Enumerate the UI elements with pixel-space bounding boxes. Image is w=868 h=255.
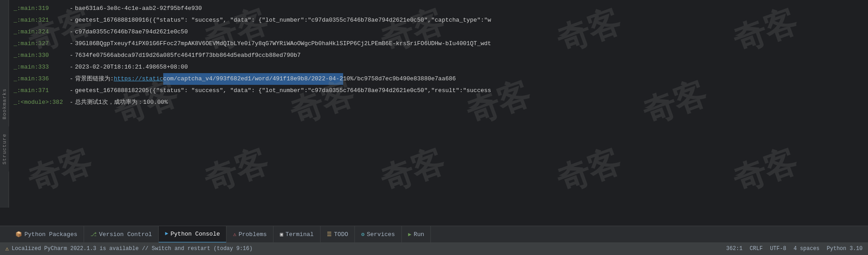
run-label: Run bbox=[414, 231, 424, 238]
line-dash: - bbox=[70, 97, 73, 108]
line-content: bae631a6-3e8c-4c1e-aab2-92f95bf4e930 bbox=[75, 3, 868, 14]
tab-terminal[interactable]: ▣ Terminal bbox=[274, 226, 321, 243]
tab-run[interactable]: ▶ Run bbox=[402, 226, 431, 243]
line-dash: - bbox=[70, 73, 73, 85]
line-dash: - bbox=[70, 14, 73, 26]
tab-python-packages[interactable]: 📦 Python Packages bbox=[9, 226, 84, 243]
link-mid: com/captcha_v4/993f682ed1/word/491f18e9b… bbox=[163, 73, 343, 85]
version-control-label: Version Control bbox=[99, 231, 152, 238]
console-line-333: _:main:333 - 2023-02-20T18:16:21.498658+… bbox=[9, 61, 868, 73]
url-link[interactable]: https://static bbox=[114, 73, 163, 85]
line-dash: - bbox=[70, 61, 73, 73]
bookmarks-label: Bookmarks bbox=[2, 88, 7, 119]
todo-icon: ☰ bbox=[327, 231, 332, 238]
console-line-327: _:main:327 - 39Gl86BQgpTxeuyf4iPX01G6FFo… bbox=[9, 38, 868, 50]
terminal-label: Terminal bbox=[285, 231, 313, 238]
line-dash: - bbox=[70, 3, 73, 14]
line-content: geetest_1676888180916({"status": "succes… bbox=[75, 14, 868, 26]
tab-services[interactable]: ⚙ Services bbox=[355, 226, 402, 243]
structure-sidebar[interactable]: Structure bbox=[0, 126, 9, 172]
line-content: 2023-02-20T18:16:21.498658+08:00 bbox=[75, 61, 868, 73]
terminal-icon: ▣ bbox=[280, 231, 283, 238]
console-line-371: _:main:371 - geetest_1676888182205({"sta… bbox=[9, 85, 868, 97]
link-prefix-text: 背景图链接为: bbox=[75, 73, 114, 85]
line-dash: - bbox=[70, 38, 73, 50]
status-message[interactable]: Localized PyCharm 2022.1.3 is available … bbox=[12, 246, 253, 252]
line-prefix: _:main:324 bbox=[14, 26, 68, 38]
status-right: 362:1 CRLF UTF-8 4 spaces Python 3.10 bbox=[726, 246, 863, 252]
python-packages-label: Python Packages bbox=[24, 231, 77, 238]
line-ending[interactable]: CRLF bbox=[750, 246, 763, 252]
line-content: geetest_1676888182205({"status": "succes… bbox=[75, 85, 868, 97]
indent-setting[interactable]: 4 spaces bbox=[793, 246, 820, 252]
run-icon: ▶ bbox=[408, 231, 411, 238]
cursor-position[interactable]: 362:1 bbox=[726, 246, 742, 252]
line-prefix: _:main:327 bbox=[14, 38, 68, 50]
line-prefix: _:main:319 bbox=[14, 3, 68, 14]
console-line-382: _:<module>:382 - 总共测试1次，成功率为：100.00% bbox=[9, 97, 868, 108]
python-console-label: Python Console bbox=[170, 231, 220, 237]
python-packages-icon: 📦 bbox=[15, 231, 22, 238]
version-control-icon: ⎇ bbox=[90, 231, 97, 238]
line-prefix: _:main:333 bbox=[14, 61, 68, 73]
console-line-330: _:main:330 - 7634fe07566abdca97d19d26a08… bbox=[9, 50, 868, 61]
console-area: Bookmarks _:main:319 - bae631a6-3e8c-4c1… bbox=[0, 0, 868, 208]
line-prefix: _:main:330 bbox=[14, 50, 68, 61]
link-suffix: 10%/bc9758d7ec9b490e83880e7aa686 bbox=[343, 73, 456, 85]
todo-label: TODO bbox=[334, 231, 348, 238]
problems-label: Problems bbox=[239, 231, 267, 238]
encoding[interactable]: UTF-8 bbox=[770, 246, 786, 252]
console-line-336: _:main:336 - 背景图链接为: https://static com/… bbox=[9, 73, 868, 85]
python-console-icon: ► bbox=[165, 231, 168, 237]
status-bar: ⚠ Localized PyCharm 2022.1.3 is availabl… bbox=[0, 242, 868, 255]
bookmarks-sidebar[interactable]: Bookmarks bbox=[0, 0, 9, 208]
tab-version-control[interactable]: ⎇ Version Control bbox=[84, 226, 159, 243]
problems-icon: ⚠ bbox=[233, 231, 236, 238]
bottom-toolbar: 📦 Python Packages ⎇ Version Control ► Py… bbox=[0, 226, 868, 242]
tab-todo[interactable]: ☰ TODO bbox=[321, 226, 355, 243]
python-version[interactable]: Python 3.10 bbox=[827, 246, 863, 252]
line-prefix: _:main:321 bbox=[14, 14, 68, 26]
tab-python-console[interactable]: ► Python Console bbox=[159, 226, 226, 243]
console-line-321: _:main:321 - geetest_1676888180916({"sta… bbox=[9, 14, 868, 26]
console-line-319: _:main:319 - bae631a6-3e8c-4c1e-aab2-92f… bbox=[9, 3, 868, 14]
status-left: ⚠ Localized PyCharm 2022.1.3 is availabl… bbox=[5, 245, 253, 252]
line-dash: - bbox=[70, 85, 73, 97]
line-content: c97da0355c7646b78ae794d2621e0c50 bbox=[75, 26, 868, 38]
line-prefix: _:main:371 bbox=[14, 85, 68, 97]
line-content: 总共测试1次，成功率为：100.00% bbox=[75, 97, 868, 108]
warning-icon: ⚠ bbox=[5, 245, 9, 252]
line-content: 39Gl86BQgpTxeuyf4iPX01G6FFoc27mpAK8V6OEV… bbox=[75, 38, 868, 50]
services-icon: ⚙ bbox=[361, 231, 364, 238]
structure-label: Structure bbox=[2, 134, 7, 164]
line-prefix: _:<module>:382 bbox=[14, 97, 68, 108]
line-prefix: _:main:336 bbox=[14, 73, 68, 85]
services-label: Services bbox=[367, 231, 395, 238]
tab-problems[interactable]: ⚠ Problems bbox=[226, 226, 274, 243]
line-content: 7634fe07566abdca97d19d26a085fc4641f9f73b… bbox=[75, 50, 868, 61]
console-line-324: _:main:324 - c97da0355c7646b78ae794d2621… bbox=[9, 26, 868, 38]
line-dash: - bbox=[70, 26, 73, 38]
line-dash: - bbox=[70, 50, 73, 61]
console-output: _:main:319 - bae631a6-3e8c-4c1e-aab2-92f… bbox=[9, 3, 868, 208]
